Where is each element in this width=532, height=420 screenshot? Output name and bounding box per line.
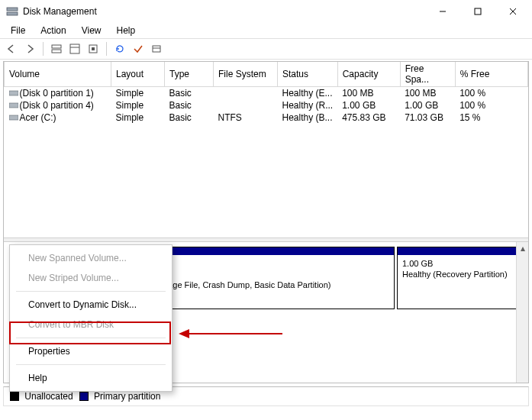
- ctx-help[interactable]: Help: [10, 368, 172, 388]
- svg-rect-1: [7, 12, 18, 15]
- col-free[interactable]: Free Spa...: [400, 62, 455, 87]
- table-cell: 100 %: [455, 87, 527, 100]
- legend-primary-label: Primary partition: [94, 391, 160, 402]
- toolbar-back-button[interactable]: [3, 40, 20, 57]
- toolbar-check-icon[interactable]: [130, 40, 147, 57]
- svg-rect-16: [9, 115, 18, 120]
- ctx-new-striped: New Striped Volume...: [10, 268, 172, 288]
- volume-list-pane: Volume Layout Type File System Status Ca…: [4, 62, 528, 237]
- toolbar-disk-list-icon[interactable]: [48, 40, 65, 57]
- legend-unallocated-label: Unallocated: [24, 391, 73, 402]
- svg-rect-15: [9, 103, 18, 108]
- partition-recovery-status: Healthy (Recovery Partition): [402, 270, 508, 279]
- table-cell: Healthy (R...: [278, 99, 338, 111]
- table-cell: Basic: [165, 87, 214, 100]
- svg-rect-7: [52, 50, 61, 53]
- table-cell: 475.83 GB: [337, 111, 400, 124]
- swatch-primary-icon: [79, 392, 89, 401]
- table-cell: Healthy (E...: [278, 87, 338, 100]
- ctx-properties[interactable]: Properties: [10, 341, 172, 361]
- table-header-row: Volume Layout Type File System Status Ca…: [5, 62, 528, 87]
- table-cell: 100 %: [455, 99, 527, 111]
- toolbar-settings-icon[interactable]: [85, 40, 102, 57]
- partition-recovery-size: 1.00 GB: [402, 259, 433, 268]
- table-row[interactable]: (Disk 0 partition 4)SimpleBasicHealthy (…: [5, 99, 528, 111]
- ctx-new-spanned: New Spanned Volume...: [10, 248, 172, 268]
- table-cell: Basic: [165, 111, 214, 124]
- app-icon: [6, 5, 18, 18]
- table-cell: Simple: [111, 99, 165, 111]
- table-cell: (Disk 0 partition 4): [5, 99, 111, 111]
- partition-recovery[interactable]: 1.00 GB Healthy (Recovery Partition): [397, 247, 522, 309]
- table-cell: 71.03 GB: [400, 111, 455, 124]
- col-pctfree[interactable]: % Free: [455, 62, 527, 87]
- toolbar-refresh-icon[interactable]: [111, 40, 128, 57]
- window-minimize-button[interactable]: [425, 0, 460, 23]
- table-cell: 100 MB: [337, 87, 400, 100]
- table-cell: NTFS: [214, 111, 278, 124]
- menu-help[interactable]: Help: [109, 24, 143, 37]
- table-cell: [214, 99, 278, 111]
- col-layout[interactable]: Layout: [111, 62, 165, 87]
- window-maximize-button[interactable]: [460, 0, 495, 23]
- table-row[interactable]: Acer (C:)SimpleBasicNTFSHealthy (B...475…: [5, 111, 528, 124]
- svg-rect-6: [52, 45, 61, 48]
- col-capacity[interactable]: Capacity: [337, 62, 400, 87]
- scroll-up-icon[interactable]: ▴: [517, 242, 528, 254]
- window-close-button[interactable]: [495, 0, 530, 23]
- svg-rect-8: [70, 44, 79, 53]
- table-cell: Healthy (B...: [278, 111, 338, 124]
- table-cell: (Disk 0 partition 1): [5, 87, 111, 100]
- volume-table: Volume Layout Type File System Status Ca…: [4, 62, 528, 124]
- col-volume[interactable]: Volume: [5, 62, 111, 87]
- table-cell: Simple: [111, 111, 165, 124]
- menu-view[interactable]: View: [74, 24, 109, 37]
- toolbar-graphical-view-icon[interactable]: [66, 40, 83, 57]
- svg-rect-3: [475, 8, 481, 15]
- swatch-unallocated-icon: [10, 392, 19, 401]
- table-cell: Simple: [111, 87, 165, 100]
- vertical-scrollbar[interactable]: ▴: [516, 242, 528, 383]
- menu-action[interactable]: Action: [33, 24, 73, 37]
- legend-primary: Primary partition: [79, 391, 161, 402]
- svg-rect-12: [153, 46, 160, 52]
- table-cell: 1.00 GB: [400, 99, 455, 111]
- toolbar-forward-button[interactable]: [21, 40, 38, 57]
- table-cell: Acer (C:): [5, 111, 111, 124]
- col-status[interactable]: Status: [278, 62, 338, 87]
- col-filesystem[interactable]: File System: [214, 62, 278, 87]
- col-type[interactable]: Type: [165, 62, 214, 87]
- table-cell: Basic: [165, 99, 214, 111]
- toolbar-detail-icon[interactable]: [148, 40, 165, 57]
- menu-bar: File Action View Help: [0, 23, 532, 38]
- disk-context-menu: New Spanned Volume... New Striped Volume…: [9, 244, 172, 392]
- table-cell: [214, 87, 278, 100]
- menu-file[interactable]: File: [3, 24, 33, 37]
- title-bar: Disk Management: [0, 0, 532, 23]
- table-cell: 1.00 GB: [337, 99, 400, 111]
- table-row[interactable]: (Disk 0 partition 1)SimpleBasicHealthy (…: [5, 87, 528, 100]
- toolbar: [0, 38, 532, 60]
- ctx-convert-dynamic[interactable]: Convert to Dynamic Disk...: [10, 295, 172, 315]
- table-cell: 100 MB: [400, 87, 455, 100]
- svg-rect-14: [9, 91, 18, 95]
- svg-rect-0: [7, 8, 18, 11]
- svg-rect-11: [92, 47, 95, 50]
- legend-unallocated: Unallocated: [10, 391, 73, 402]
- table-cell: 15 %: [455, 111, 527, 124]
- window-title: Disk Management: [23, 6, 97, 17]
- ctx-convert-mbr: Convert to MBR Disk: [10, 315, 172, 334]
